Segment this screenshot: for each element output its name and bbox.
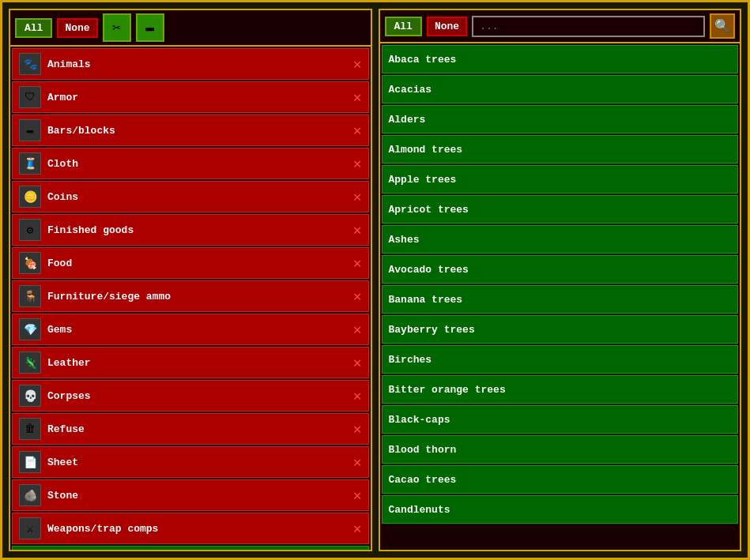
right-panel-list: Abaca treesAcaciasAldersAlmond treesAppl… <box>380 43 741 550</box>
item-label: Bayberry trees <box>389 324 732 336</box>
item-label: Birches <box>389 354 732 366</box>
item-icon: ⚙ <box>19 219 41 241</box>
remove-icon: ✕ <box>353 55 362 73</box>
item-icon: 🧵 <box>19 152 41 175</box>
remove-icon: ✕ <box>353 420 362 438</box>
list-item[interactable]: 🗑Refuse✕ <box>12 413 369 445</box>
list-item[interactable]: 🪙Coins✕ <box>12 181 369 212</box>
item-label: Leather <box>47 357 349 369</box>
item-icon: ▬ <box>19 119 41 141</box>
list-item[interactable]: 🛡Armor✕ <box>12 81 369 113</box>
item-label: Bars/blocks <box>47 125 349 137</box>
item-label: Furniture/siege ammo <box>47 291 349 303</box>
item-label: Weapons/trap comps <box>47 523 349 535</box>
left-all-button[interactable]: All <box>15 18 52 38</box>
right-none-button[interactable]: None <box>427 17 467 36</box>
list-item[interactable]: Black-caps <box>382 405 739 434</box>
remove-icon: ✕ <box>353 122 362 139</box>
list-item[interactable]: Avocado trees <box>382 255 739 284</box>
remove-icon: ✕ <box>353 288 362 305</box>
left-none-button[interactable]: None <box>57 18 97 38</box>
block-icon-button[interactable]: ▬ <box>136 13 164 42</box>
item-label: Acacias <box>389 84 732 96</box>
list-item[interactable]: Almond trees <box>382 135 739 163</box>
item-label: Banana trees <box>389 294 732 306</box>
left-panel-header: All None ✂ ▬ <box>10 10 371 47</box>
item-icon: 💎 <box>19 318 41 340</box>
list-item[interactable]: ⚙Finished goods✕ <box>12 214 369 246</box>
list-item[interactable]: ▬Bars/blocks✕ <box>12 115 369 146</box>
item-label: Sheet <box>47 457 349 468</box>
item-label: Ashes <box>389 234 732 246</box>
list-item[interactable]: 💎Gems✕ <box>12 314 369 345</box>
remove-icon: ✕ <box>353 387 362 404</box>
remove-icon: ✕ <box>353 354 362 371</box>
item-icon: 🦎 <box>19 351 41 374</box>
right-panel-header: All None 🔍 <box>380 10 741 43</box>
search-button[interactable]: 🔍 <box>710 13 735 39</box>
remove-icon: ✕ <box>353 155 362 172</box>
item-label: Avocado trees <box>389 264 732 276</box>
item-label: Apple trees <box>389 174 732 186</box>
search-input[interactable] <box>472 16 705 37</box>
item-label: Bitter orange trees <box>389 384 732 396</box>
item-label: Coins <box>47 191 349 203</box>
remove-icon: ✕ <box>353 520 362 537</box>
right-panel: All None 🔍 Abaca treesAcaciasAldersAlmon… <box>379 9 742 551</box>
item-label: Refuse <box>47 423 349 435</box>
remove-icon: ✕ <box>353 254 362 272</box>
list-item[interactable]: 📦Wood✓ <box>12 546 369 550</box>
item-label: Candlenuts <box>389 504 732 516</box>
list-item[interactable]: 💀Corpses✕ <box>12 380 369 412</box>
list-item[interactable]: ⚔Weapons/trap comps✕ <box>12 513 369 544</box>
list-item[interactable]: Alders <box>382 105 739 133</box>
list-item[interactable]: Acacias <box>382 75 739 103</box>
list-item[interactable]: Banana trees <box>382 285 739 314</box>
list-item[interactable]: Candlenuts <box>382 495 739 524</box>
left-panel-list: 🐾Animals✕🛡Armor✕▬Bars/blocks✕🧵Cloth✕🪙Coi… <box>10 47 371 550</box>
item-label: Blood thorn <box>389 444 732 456</box>
remove-icon: ✕ <box>353 88 362 106</box>
list-item[interactable]: 🪑Furniture/siege ammo✕ <box>12 280 369 312</box>
item-label: Animals <box>47 58 349 70</box>
item-icon: 🪑 <box>19 285 41 307</box>
item-icon: 🗑 <box>19 418 41 440</box>
list-item[interactable]: Apple trees <box>382 165 739 194</box>
list-item[interactable]: Abaca trees <box>382 45 739 73</box>
item-label: Cacao trees <box>389 474 732 486</box>
item-label: Armor <box>47 92 349 103</box>
list-item[interactable]: Cacao trees <box>382 465 739 494</box>
item-icon: 🍖 <box>19 252 41 274</box>
list-item[interactable]: 🧵Cloth✕ <box>12 148 369 179</box>
list-item[interactable]: 📄Sheet✕ <box>12 446 369 478</box>
item-label: Apricot trees <box>389 204 732 216</box>
item-icon: 🐾 <box>19 53 41 75</box>
list-item[interactable]: Apricot trees <box>382 195 739 224</box>
item-label: Almond trees <box>389 144 732 156</box>
remove-icon: ✕ <box>353 453 362 471</box>
remove-icon: ✕ <box>353 188 362 205</box>
item-icon: 🪨 <box>19 484 41 506</box>
item-label: Stone <box>47 490 349 502</box>
list-item[interactable]: 🦎Leather✕ <box>12 347 369 378</box>
remove-icon: ✕ <box>353 487 362 504</box>
list-item[interactable]: 🍖Food✕ <box>12 247 369 279</box>
scissors-icon-button[interactable]: ✂ <box>103 13 131 42</box>
item-icon: 📄 <box>19 451 41 473</box>
item-icon: 🪙 <box>19 186 41 208</box>
list-item[interactable]: Bayberry trees <box>382 315 739 344</box>
item-label: Corpses <box>47 390 349 402</box>
list-item[interactable]: Blood thorn <box>382 435 739 464</box>
item-icon: 🛡 <box>19 86 41 108</box>
remove-icon: ✕ <box>353 221 362 239</box>
item-icon: ⚔ <box>19 517 41 539</box>
main-container: All None ✂ ▬ 🐾Animals✕🛡Armor✕▬Bars/block… <box>2 2 748 558</box>
list-item[interactable]: Bitter orange trees <box>382 375 739 404</box>
item-label: Black-caps <box>389 414 732 426</box>
item-label: Alders <box>389 114 732 126</box>
right-all-button[interactable]: All <box>385 17 422 36</box>
list-item[interactable]: Ashes <box>382 225 739 254</box>
list-item[interactable]: 🐾Animals✕ <box>12 48 369 80</box>
list-item[interactable]: Birches <box>382 345 739 374</box>
list-item[interactable]: 🪨Stone✕ <box>12 479 369 511</box>
